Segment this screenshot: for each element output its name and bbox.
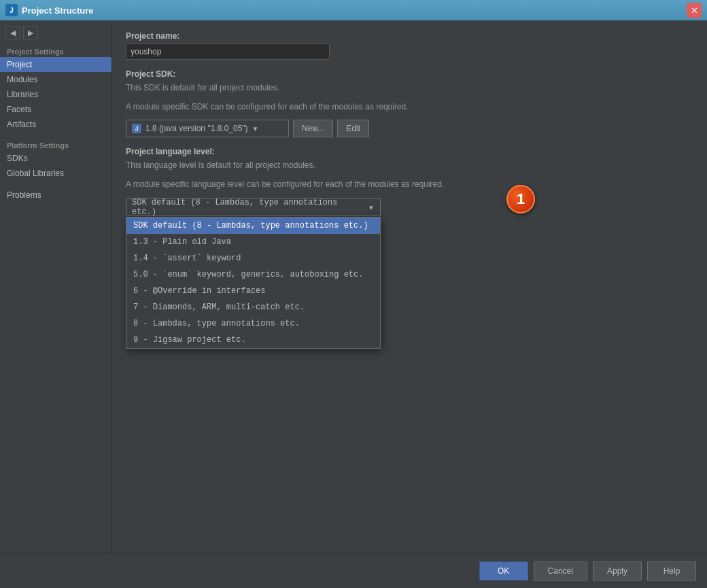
sdk-select-button[interactable]: J 1.8 (java version "1.8.0_05") ▼ (126, 120, 289, 137)
platform-settings-label: Platform Settings (0, 139, 111, 151)
sidebar: ◀ ▶ Project Settings Project Modules Lib… (0, 20, 112, 553)
lang-level-select-button[interactable]: SDK default (8 - Lambdas, type annotatio… (126, 198, 381, 216)
sdk-chevron-icon: ▼ (252, 125, 259, 133)
project-sdk-desc1: This SDK is default for all project modu… (126, 82, 693, 94)
lang-level-value: SDK default (8 - Lambdas, type annotatio… (132, 198, 364, 217)
dropdown-item-7[interactable]: 7 - Diamonds, ARM, multi-catch etc. (126, 299, 380, 315)
sidebar-item-libraries[interactable]: Libraries (0, 87, 111, 102)
content-area: Project name: Project SDK: This SDK is d… (112, 20, 707, 553)
cancel-button[interactable]: Cancel (534, 561, 587, 581)
sidebar-item-facets[interactable]: Facets (0, 102, 111, 117)
project-name-label: Project name: (126, 31, 693, 41)
help-button[interactable]: Help (647, 561, 696, 581)
dropdown-item-1-3[interactable]: 1.3 - Plain old Java (126, 234, 380, 250)
project-lang-desc1: This language level is default for all p… (126, 159, 693, 171)
sidebar-item-artifacts[interactable]: Artifacts (0, 117, 111, 132)
project-name-input[interactable] (126, 44, 330, 60)
title-bar: J Project Structure ✕ (0, 0, 707, 20)
dropdown-item-6[interactable]: 6 - @Override in interfaces (126, 283, 380, 299)
sidebar-item-problems[interactable]: Problems (0, 188, 111, 203)
forward-button[interactable]: ▶ (23, 26, 38, 39)
dropdown-item-sdk-default[interactable]: SDK default (8 - Lambdas, type annotatio… (126, 218, 380, 234)
sidebar-item-global-libraries[interactable]: Global Libraries (0, 166, 111, 181)
lang-level-dropdown-menu: SDK default (8 - Lambdas, type annotatio… (126, 217, 381, 349)
apply-button[interactable]: Apply (593, 561, 642, 581)
close-button[interactable]: ✕ (687, 3, 702, 18)
project-sdk-desc2: A module specific SDK can be configured … (126, 101, 693, 113)
sdk-icon: J (132, 124, 141, 133)
sidebar-item-project[interactable]: Project (0, 57, 111, 72)
dropdown-item-9[interactable]: 9 - Jigsaw project etc. (126, 332, 380, 348)
project-settings-label: Project Settings (0, 45, 111, 57)
project-lang-desc2: A module specific language level can be … (126, 178, 693, 190)
back-button[interactable]: ◀ (5, 26, 20, 39)
dropdown-item-8[interactable]: 8 - Lambdas, type annotations etc. (126, 315, 380, 332)
sidebar-item-sdks[interactable]: SDKs (0, 151, 111, 166)
app-logo: J (5, 4, 18, 16)
edit-sdk-button[interactable]: Edit (337, 120, 369, 137)
sidebar-item-modules[interactable]: Modules (0, 72, 111, 87)
ok-button[interactable]: OK (479, 561, 528, 581)
new-sdk-button[interactable]: New... (293, 120, 333, 137)
project-lang-label: Project language level: (126, 147, 693, 156)
dropdown-item-5-0[interactable]: 5.0 - `enum` keyword, generics, autoboxi… (126, 266, 380, 283)
lang-level-dropdown-wrapper: SDK default (8 - Lambdas, type annotatio… (126, 198, 381, 216)
bottom-bar: OK Cancel Apply Help (0, 553, 707, 588)
window-title: Project Structure (22, 5, 93, 16)
project-sdk-label: Project SDK: (126, 69, 693, 79)
lang-chevron-icon: ▼ (368, 204, 375, 211)
dropdown-item-1-4[interactable]: 1.4 - `assert` keyword (126, 250, 380, 266)
annotation-badge-1: 1 (506, 185, 535, 213)
sdk-value-label: 1.8 (java version "1.8.0_05") (145, 124, 248, 133)
